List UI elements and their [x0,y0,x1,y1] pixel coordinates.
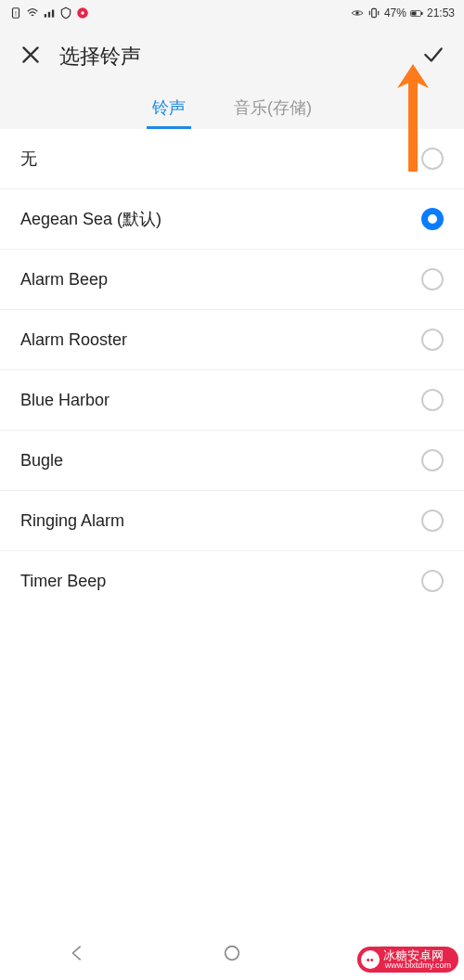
nav-home-icon[interactable] [222,943,242,967]
watermark-logo-icon: •• [361,950,380,969]
battery-icon [410,6,423,19]
status-left: ! [9,6,89,19]
list-item[interactable]: Alarm Rooster [0,310,464,370]
radio-icon[interactable] [421,329,444,351]
eye-icon [351,6,364,19]
ringtone-list: 无 Aegean Sea (默认) Alarm Beep Alarm Roost… [0,129,464,611]
nav-back-icon[interactable] [67,943,87,967]
close-icon[interactable] [19,43,43,71]
tabs: 铃声 音乐(存储) [0,84,464,129]
radio-icon[interactable] [421,449,444,471]
list-item[interactable]: Blue Harbor [0,370,464,431]
list-item[interactable]: Bugle [0,431,464,491]
radio-icon[interactable] [421,208,444,230]
radio-icon[interactable] [421,570,444,592]
ringtone-label: Ringing Alarm [20,511,124,531]
ringtone-label: Aegean Sea (默认) [20,208,161,230]
watermark: •• 冰糖安卓网 www.blxtdmy.com [357,947,458,973]
page-title: 选择铃声 [59,43,141,71]
battery-percent: 47% [384,6,406,19]
list-item[interactable]: 无 [0,129,464,189]
vibrate-icon [367,6,380,19]
ringtone-label: Alarm Beep [20,270,108,290]
header: 选择铃声 [0,26,464,84]
ringtone-label: Bugle [20,451,63,471]
svg-rect-4 [52,10,54,18]
svg-text:!: ! [15,10,17,17]
radio-icon[interactable] [421,268,444,290]
ringtone-label: Timer Beep [20,572,106,591]
status-bar: ! 47% 21:53 [0,0,464,26]
svg-rect-8 [372,8,377,17]
list-item[interactable]: Ringing Alarm [0,491,464,551]
sim-icon: ! [9,6,22,19]
music-app-icon [76,6,89,19]
radio-icon[interactable] [421,509,444,532]
list-item[interactable]: Timer Beep [0,551,464,611]
wifi-icon [26,6,39,19]
watermark-badge: •• 冰糖安卓网 www.blxtdmy.com [357,947,458,973]
svg-point-12 [226,947,239,961]
ringtone-label: Blue Harbor [20,391,110,410]
radio-icon[interactable] [421,389,444,411]
watermark-url: www.blxtdmy.com [385,961,451,970]
radio-icon[interactable] [421,148,444,170]
signal-icon [43,6,56,19]
confirm-icon[interactable] [421,43,445,71]
shield-icon [59,6,72,19]
status-right: 47% 21:53 [351,6,455,19]
tab-ringtone[interactable]: 铃声 [147,89,191,129]
list-item[interactable]: Aegean Sea (默认) [0,189,464,250]
svg-point-7 [355,11,359,15]
clock-time: 21:53 [427,6,455,19]
list-item[interactable]: Alarm Beep [0,250,464,310]
svg-rect-10 [411,11,416,15]
svg-point-6 [81,11,84,15]
ringtone-label: Alarm Rooster [20,330,127,350]
svg-rect-3 [48,12,50,18]
svg-rect-2 [45,14,46,18]
ringtone-label: 无 [20,148,37,170]
svg-rect-11 [421,12,423,15]
tab-music[interactable]: 音乐(存储) [228,89,317,129]
